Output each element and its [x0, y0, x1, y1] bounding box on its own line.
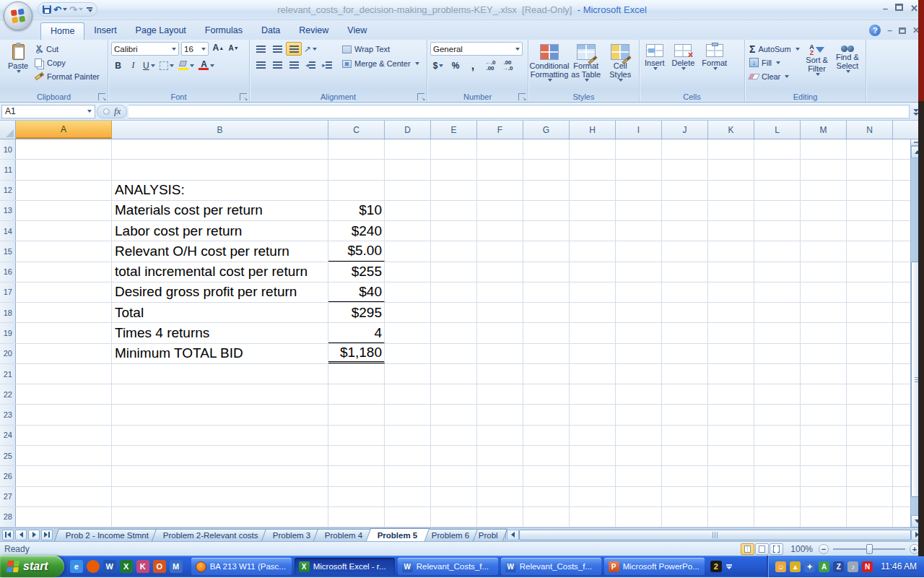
cell-D28[interactable]	[385, 507, 431, 527]
cell-G23[interactable]	[523, 405, 570, 424]
workbook-restore-button[interactable]	[899, 27, 906, 34]
cell-I17[interactable]	[616, 282, 662, 302]
cell-A19[interactable]	[16, 323, 112, 342]
column-header-m[interactable]: M	[801, 121, 847, 139]
cell-H23[interactable]	[570, 405, 616, 424]
cell-I11[interactable]	[616, 160, 662, 179]
cell-B11[interactable]	[112, 160, 328, 179]
cell-A18[interactable]	[16, 303, 112, 322]
help-icon[interactable]: ?	[869, 25, 881, 36]
column-header-n[interactable]: N	[847, 121, 893, 139]
cell-M10[interactable]	[801, 139, 847, 159]
cell-K16[interactable]	[708, 262, 754, 282]
cell-F21[interactable]	[477, 364, 523, 384]
cell-G24[interactable]	[523, 426, 570, 445]
cell-J14[interactable]	[662, 221, 708, 241]
cell-K11[interactable]	[708, 160, 754, 179]
cell-K24[interactable]	[708, 426, 754, 445]
update-notification-icon[interactable]: 2	[710, 561, 722, 572]
cell-I13[interactable]	[616, 201, 662, 220]
next-sheet-icon[interactable]	[28, 530, 40, 540]
column-header-b[interactable]: B	[112, 121, 328, 139]
cell-D27[interactable]	[385, 487, 431, 506]
task-button-microsoft-powerpo[interactable]: PMicrosoft PowerPo...	[604, 558, 705, 575]
cell-F12[interactable]	[477, 181, 523, 200]
cell-D25[interactable]	[385, 446, 431, 465]
cell-D19[interactable]	[385, 323, 431, 342]
cell-I15[interactable]	[616, 241, 662, 261]
outlook-icon[interactable]: O	[153, 560, 166, 573]
format-cells-button[interactable]: Format	[699, 42, 729, 90]
cell-E21[interactable]	[431, 364, 477, 384]
cell-A23[interactable]	[16, 405, 112, 424]
cell-G22[interactable]	[523, 384, 570, 404]
cell-C12[interactable]	[328, 181, 385, 200]
cell-E20[interactable]	[431, 344, 477, 363]
task-button-relevant-costs-f[interactable]: WRelevant_Costs_f...	[501, 558, 601, 575]
workbook-minimize-button[interactable]: –	[887, 25, 892, 35]
cell-L18[interactable]	[754, 303, 801, 322]
delete-cells-button[interactable]: × Delete	[670, 42, 697, 90]
cell-L12[interactable]	[754, 181, 801, 200]
cell-E28[interactable]	[431, 507, 477, 527]
cell-N23[interactable]	[847, 405, 893, 424]
cell-H10[interactable]	[570, 139, 616, 159]
cell-A14[interactable]	[16, 221, 112, 241]
cell-K20[interactable]	[708, 344, 754, 363]
cell-M23[interactable]	[801, 405, 847, 424]
font-size-select[interactable]: 16	[181, 42, 209, 56]
cell-K19[interactable]	[708, 323, 754, 342]
cell-D18[interactable]	[385, 303, 431, 322]
cell-K21[interactable]	[708, 364, 754, 384]
column-header-j[interactable]: J	[662, 121, 708, 139]
cell-M27[interactable]	[801, 487, 847, 506]
cell-H16[interactable]	[570, 262, 616, 282]
row-header-23[interactable]: 23	[0, 405, 16, 424]
clear-button[interactable]: Clear	[748, 69, 801, 83]
messenger-icon[interactable]: ☺	[775, 561, 786, 572]
cell-I23[interactable]	[616, 405, 662, 424]
autosum-button[interactable]: ΣAutoSum	[748, 42, 801, 56]
cell-E17[interactable]	[431, 282, 477, 302]
column-header-l[interactable]: L	[754, 121, 801, 139]
cell-H28[interactable]	[570, 507, 616, 527]
cell-N15[interactable]	[847, 241, 893, 261]
percent-style-button[interactable]: %	[448, 59, 463, 72]
cell-J21[interactable]	[662, 364, 708, 384]
row-header-18[interactable]: 18	[0, 303, 16, 322]
cell-C22[interactable]	[328, 384, 385, 404]
align-center-button[interactable]	[269, 58, 285, 72]
cell-M11[interactable]	[801, 160, 847, 179]
cell-E18[interactable]	[431, 303, 477, 322]
cell-C16[interactable]: $255	[328, 262, 385, 282]
cell-I27[interactable]	[616, 487, 662, 506]
cell-F25[interactable]	[477, 446, 523, 465]
task-button-ba-213-w11-pasc[interactable]: BA 213 W11 (Pasc...	[191, 558, 292, 575]
align-right-button[interactable]	[286, 58, 302, 72]
ribbon-tab-formulas[interactable]: Formulas	[196, 22, 252, 40]
cell-D20[interactable]	[385, 344, 431, 363]
row-header-22[interactable]: 22	[0, 384, 16, 404]
cell-A25[interactable]	[16, 446, 112, 465]
cell-C20[interactable]: $1,180	[328, 344, 385, 363]
cell-G25[interactable]	[523, 446, 570, 465]
cell-F23[interactable]	[477, 405, 523, 424]
cell-H25[interactable]	[570, 446, 616, 465]
bottom-align-button[interactable]	[286, 42, 302, 56]
cell-H17[interactable]	[570, 282, 616, 302]
row-header-16[interactable]: 16	[0, 262, 16, 282]
decrease-decimal-button[interactable]: .00→.0	[500, 59, 515, 72]
ribbon-tab-page-layout[interactable]: Page Layout	[126, 22, 196, 40]
cell-A22[interactable]	[16, 384, 112, 404]
cell-B12[interactable]: ANALYSIS:	[112, 181, 328, 200]
cell-M18[interactable]	[801, 303, 847, 322]
cell-K13[interactable]	[708, 201, 754, 220]
accounting-format-button[interactable]: $	[430, 59, 446, 72]
cell-F14[interactable]	[477, 221, 523, 241]
cell-L19[interactable]	[754, 323, 801, 342]
cell-B28[interactable]	[112, 507, 328, 527]
row-header-24[interactable]: 24	[0, 426, 16, 445]
cell-D26[interactable]	[385, 466, 431, 486]
cell-I28[interactable]	[616, 507, 662, 527]
cell-B23[interactable]	[112, 405, 328, 424]
